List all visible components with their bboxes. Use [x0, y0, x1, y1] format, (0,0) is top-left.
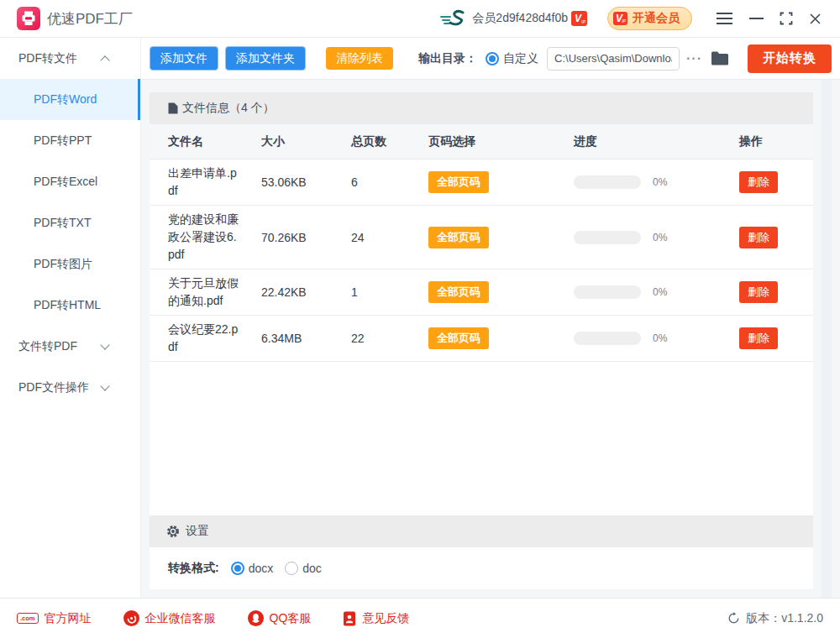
- page-count: 24: [351, 231, 428, 244]
- file-size: 22.42KB: [261, 285, 351, 299]
- app-window: 优速PDF工厂 会员2d9f428d4f0b VIP VIP 开通会员: [0, 0, 840, 638]
- browse-more-button[interactable]: ···: [686, 51, 702, 66]
- add-file-button[interactable]: 添加文件: [150, 46, 218, 71]
- sidebar-item-pdf-to-image[interactable]: PDF转图片: [0, 243, 140, 285]
- progress-label: 0%: [653, 232, 667, 243]
- progress-bar: [574, 175, 641, 189]
- file-size: 53.06KB: [261, 175, 351, 189]
- chevron-down-icon: [100, 381, 109, 390]
- progress-label: 0%: [653, 332, 667, 344]
- folder-icon: [711, 51, 729, 66]
- delete-button[interactable]: 删除: [739, 171, 778, 193]
- page-select-button[interactable]: 全部页码: [428, 281, 489, 303]
- page-count: 22: [351, 332, 428, 345]
- wechat-service-icon: [123, 610, 139, 626]
- delete-button[interactable]: 删除: [739, 327, 778, 349]
- clear-list-button[interactable]: 清除列表: [326, 47, 393, 70]
- sidebar-group-pdf-operations[interactable]: PDF文件操作: [0, 367, 140, 408]
- custom-dir-option-label[interactable]: 自定义: [503, 51, 538, 66]
- file-info-title: 文件信息（4 个）: [182, 101, 275, 116]
- scrollbar-track[interactable]: [822, 80, 832, 598]
- file-name: 会议纪要22.pdf: [168, 321, 239, 356]
- vip-badge-icon: VIP: [613, 12, 627, 25]
- settings-row: 转换格式: docx doc: [150, 547, 813, 589]
- progress-label: 0%: [653, 286, 667, 298]
- format-option-docx[interactable]: docx: [231, 562, 274, 575]
- page-count: 1: [351, 285, 428, 299]
- output-path-input[interactable]: [547, 47, 680, 71]
- website-icon: .com: [17, 613, 39, 625]
- col-action: 操作: [739, 134, 813, 149]
- format-label: 转换格式:: [168, 561, 219, 576]
- table-row: 关于元旦放假的通知.pdf 22.42KB 1 全部页码 0% 删除: [150, 269, 813, 316]
- feedback-icon: [343, 611, 356, 626]
- col-pages: 总页数: [351, 134, 428, 149]
- add-folder-button[interactable]: 添加文件夹: [225, 46, 306, 71]
- qq-icon: [248, 610, 264, 626]
- table-row: 会议纪要22.pdf 6.34MB 22 全部页码 0% 删除: [150, 316, 813, 362]
- maximize-button[interactable]: [778, 10, 795, 27]
- maximize-icon: [779, 11, 794, 26]
- toolbar: 添加文件 添加文件夹 清除列表 输出目录： 自定义 ··· 开始转换: [141, 38, 840, 80]
- start-convert-button[interactable]: 开始转换: [748, 44, 832, 73]
- docx-radio[interactable]: [231, 562, 244, 575]
- file-name: 出差申请单.pdf: [168, 165, 239, 200]
- sidebar-item-pdf-to-txt[interactable]: PDF转TXT: [0, 202, 140, 243]
- file-name: 关于元旦放假的通知.pdf: [168, 275, 239, 310]
- table-row: 出差申请单.pdf 53.06KB 6 全部页码 0% 删除: [150, 160, 813, 206]
- gear-icon: [166, 525, 180, 538]
- custom-dir-radio[interactable]: [486, 52, 499, 65]
- doc-radio[interactable]: [285, 562, 298, 575]
- content: 文件信息（4 个） 文件名 大小 总页数 页码选择 进度 操作 出差申请单.pd…: [141, 80, 840, 598]
- col-size: 大小: [261, 134, 351, 149]
- refresh-icon[interactable]: [727, 612, 740, 625]
- page-select-button[interactable]: 全部页码: [428, 327, 489, 349]
- close-button[interactable]: [806, 10, 823, 27]
- feedback-link[interactable]: 意见反馈: [343, 611, 409, 626]
- open-folder-button[interactable]: [711, 51, 729, 66]
- file-info-header: 文件信息（4 个）: [150, 92, 813, 124]
- version-label: 版本：v1.1.2.0: [746, 611, 823, 626]
- member-label[interactable]: 会员2d9f428d4f0b: [472, 11, 568, 26]
- menu-button[interactable]: [716, 10, 732, 27]
- col-page-select: 页码选择: [428, 134, 574, 149]
- delete-button[interactable]: 删除: [739, 281, 778, 303]
- wechat-service-link[interactable]: 企业微信客服: [123, 610, 216, 626]
- page-select-button[interactable]: 全部页码: [428, 227, 489, 248]
- upgrade-vip-button[interactable]: VIP 开通会员: [607, 7, 692, 30]
- output-dir-label: 输出目录：: [418, 51, 477, 66]
- col-filename: 文件名: [168, 134, 261, 149]
- file-list-panel: 文件信息（4 个） 文件名 大小 总页数 页码选择 进度 操作 出差申请单.pd…: [150, 92, 813, 589]
- main-area: 添加文件 添加文件夹 清除列表 输出目录： 自定义 ··· 开始转换 文件信息: [141, 38, 840, 598]
- app-title: 优速PDF工厂: [47, 9, 133, 29]
- official-website-link[interactable]: .com 官方网址: [17, 611, 92, 626]
- minimize-icon: [749, 18, 764, 19]
- sidebar-item-pdf-to-excel[interactable]: PDF转Excel: [0, 161, 140, 202]
- file-size: 6.34MB: [261, 332, 351, 345]
- sidebar: PDF转文件 PDF转Word PDF转PPT PDF转Excel PDF转TX…: [0, 38, 141, 598]
- file-size: 70.26KB: [261, 231, 351, 244]
- format-option-doc[interactable]: doc: [285, 562, 322, 575]
- chevron-up-icon: [100, 55, 109, 65]
- footer: .com 官方网址 企业微信客服 QQ客服 意: [0, 598, 840, 638]
- progress-bar: [574, 231, 641, 244]
- sidebar-group-file-to-pdf[interactable]: 文件转PDF: [0, 326, 140, 367]
- titlebar: 优速PDF工厂 会员2d9f428d4f0b VIP VIP 开通会员: [0, 0, 840, 38]
- sidebar-item-pdf-to-word[interactable]: PDF转Word: [0, 79, 140, 120]
- minimize-button[interactable]: [748, 10, 764, 27]
- table-row: 党的建设和廉政公署建设6.pdf 70.26KB 24 全部页码 0% 删除: [150, 206, 813, 269]
- vip-badge-icon: VIP: [571, 11, 587, 26]
- progress-bar: [574, 285, 641, 299]
- sidebar-group-pdf-to-file[interactable]: PDF转文件: [0, 38, 140, 79]
- delete-button[interactable]: 删除: [739, 227, 778, 248]
- sidebar-item-pdf-to-ppt[interactable]: PDF转PPT: [0, 120, 140, 161]
- col-progress: 进度: [574, 134, 739, 149]
- speed-logo-icon: [440, 9, 465, 28]
- progress-bar: [574, 332, 641, 345]
- document-icon: [168, 102, 178, 114]
- settings-header: 设置: [150, 515, 813, 547]
- qq-service-link[interactable]: QQ客服: [248, 610, 312, 626]
- sidebar-item-pdf-to-html[interactable]: PDF转HTML: [0, 285, 140, 326]
- page-select-button[interactable]: 全部页码: [428, 171, 489, 193]
- app-logo-icon: [17, 7, 40, 30]
